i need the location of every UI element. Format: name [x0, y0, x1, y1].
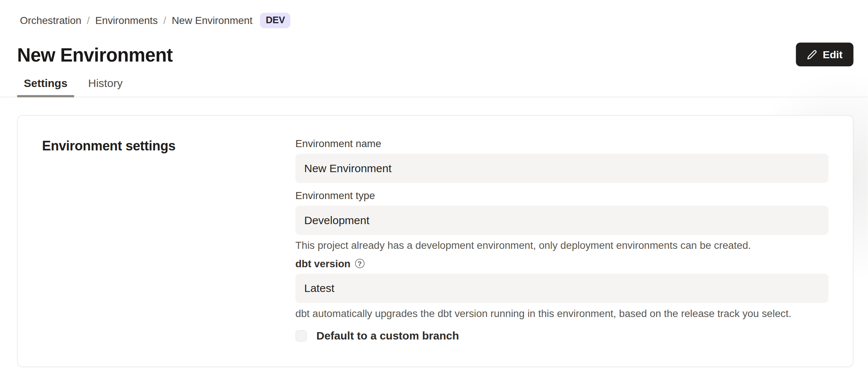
card-form-column: Environment name Environment type This p…	[295, 138, 829, 342]
edit-button[interactable]: Edit	[796, 43, 854, 67]
dbt-version-label: dbt version ?	[295, 258, 829, 269]
environment-type-label: Environment type	[295, 190, 829, 202]
environment-dev-badge: DEV	[260, 13, 291, 28]
tab-bar: Settings History	[0, 77, 868, 98]
dbt-version-input[interactable]	[295, 274, 829, 303]
environment-name-label: Environment name	[295, 138, 829, 150]
page: Orchestration / Environments / New Envir…	[0, 0, 868, 376]
custom-branch-label: Default to a custom branch	[316, 329, 459, 342]
environment-name-input[interactable]	[295, 154, 829, 183]
environment-type-input[interactable]	[295, 206, 829, 235]
topbar: Orchestration / Environments / New Envir…	[0, 0, 868, 28]
page-header: New Environment Edit	[0, 43, 868, 67]
environment-settings-card: Environment settings Environment name En…	[17, 115, 854, 367]
field-dbt-version: dbt version ? dbt automatically upgrades…	[295, 258, 829, 319]
help-icon[interactable]: ?	[355, 259, 365, 268]
breadcrumb-separator: /	[163, 14, 166, 27]
page-title: New Environment	[17, 43, 173, 66]
breadcrumb-item-orchestration[interactable]: Orchestration	[20, 14, 81, 27]
card-left-column: Environment settings	[42, 138, 295, 342]
custom-branch-row: Default to a custom branch	[295, 329, 829, 342]
pencil-icon	[807, 49, 817, 59]
field-environment-type: Environment type This project already ha…	[295, 190, 829, 251]
tab-history[interactable]: History	[81, 77, 129, 98]
field-environment-name: Environment name	[295, 138, 829, 183]
edit-button-label: Edit	[823, 48, 843, 60]
dbt-version-label-text: dbt version	[295, 258, 351, 269]
environment-type-helper-text: This project already has a development e…	[295, 240, 829, 251]
breadcrumb-item-environments[interactable]: Environments	[95, 14, 158, 27]
custom-branch-checkbox[interactable]	[295, 330, 307, 342]
breadcrumb-separator: /	[87, 14, 90, 27]
breadcrumb: Orchestration / Environments / New Envir…	[20, 13, 854, 28]
section-heading: Environment settings	[42, 138, 295, 154]
breadcrumb-item-current: New Environment	[172, 14, 253, 27]
dbt-version-helper-text: dbt automatically upgrades the dbt versi…	[295, 307, 829, 319]
tab-settings[interactable]: Settings	[17, 77, 74, 98]
